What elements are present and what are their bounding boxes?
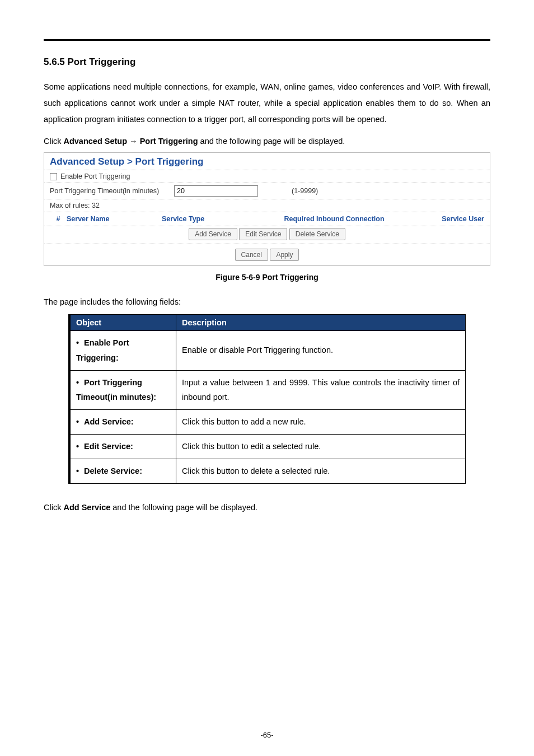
timeout-hint: (1-9999) (292, 187, 318, 195)
rules-header-row: # Server Name Service Type Required Inbo… (44, 212, 490, 226)
cancel-button[interactable]: Cancel (235, 249, 268, 261)
enable-checkbox[interactable] (50, 173, 57, 180)
apply-button[interactable]: Apply (270, 249, 299, 261)
desc-cell: Click this button to edit a selected rul… (176, 435, 466, 459)
th-description: Description (176, 315, 466, 331)
desc-cell: Enable or disable Port Triggering functi… (176, 331, 466, 371)
desc-cell: Input a value between 1 and 9999. This v… (176, 370, 466, 410)
obj-text: Add Service: (84, 417, 134, 426)
obj-text: Enable Port Triggering: (76, 338, 129, 362)
service-buttons-row: Add Service Edit Service Delete Service (44, 226, 490, 244)
nav-suffix: and the following page will be displayed… (198, 137, 345, 146)
fields-table: Object Description •Enable Port Triggeri… (68, 314, 466, 484)
obj-text: Edit Service: (84, 442, 133, 451)
th-object: Object (69, 315, 176, 331)
col-service-type: Service Type (162, 215, 240, 223)
table-row: •Edit Service: Click this button to edit… (69, 435, 466, 459)
post-table-instruction: Click Add Service and the following page… (44, 503, 490, 512)
nav-instruction: Click Advanced Setup → Port Triggering a… (44, 137, 490, 146)
post-bold: Add Service (63, 503, 110, 512)
top-rule (44, 39, 490, 41)
table-row: •Delete Service: Click this button to de… (69, 459, 466, 483)
edit-service-button[interactable]: Edit Service (239, 228, 287, 240)
table-row: •Port Triggering Timeout(in minutes): In… (69, 370, 466, 410)
timeout-label: Port Triggering Timeout(in minutes) (50, 187, 174, 195)
table-row: •Add Service: Click this button to add a… (69, 410, 466, 435)
obj-cell: •Add Service: (69, 410, 176, 435)
figure-caption: Figure 5-6-9 Port Triggering (44, 273, 490, 282)
table-header-row: Object Description (69, 315, 466, 331)
nav-bold-2: Port Triggering (140, 137, 198, 146)
fields-intro: The page includes the following fields: (44, 297, 490, 306)
intro-paragraph: Some applications need multiple connecti… (44, 79, 490, 128)
obj-text: Delete Service: (84, 466, 142, 475)
nav-prefix: Click (44, 137, 63, 146)
max-rules-row: Max of rules: 32 (44, 199, 490, 212)
port-triggering-panel: Advanced Setup > Port Triggering Enable … (44, 152, 490, 266)
section-heading: 5.6.5 Port Triggering (44, 57, 490, 68)
obj-cell: •Enable Port Triggering: (69, 331, 176, 371)
enable-label: Enable Port Triggering (60, 172, 130, 180)
desc-cell: Click this button to delete a selected r… (176, 459, 466, 483)
post-prefix: Click (44, 503, 63, 512)
delete-service-button[interactable]: Delete Service (289, 228, 345, 240)
obj-cell: •Edit Service: (69, 435, 176, 459)
page-number: -65- (0, 731, 534, 739)
col-index: # (50, 215, 67, 223)
desc-cell: Click this button to add a new rule. (176, 410, 466, 435)
col-required-inbound: Required Inbound Connection (240, 215, 428, 223)
timeout-row: Port Triggering Timeout(in minutes) (1-9… (44, 183, 490, 199)
panel-title: Advanced Setup > Port Triggering (44, 153, 490, 170)
timeout-input[interactable] (174, 185, 258, 197)
post-suffix: and the following page will be displayed… (110, 503, 257, 512)
col-server-name: Server Name (67, 215, 162, 223)
enable-row: Enable Port Triggering (44, 170, 490, 183)
obj-text: Port Triggering Timeout(in minutes): (76, 378, 156, 402)
max-rules-label: Max of rules: 32 (50, 202, 100, 209)
obj-cell: •Delete Service: (69, 459, 176, 483)
nav-arrow: → (127, 137, 140, 146)
nav-bold-1: Advanced Setup (63, 137, 127, 146)
table-row: •Enable Port Triggering: Enable or disab… (69, 331, 466, 371)
apply-buttons-row: Cancel Apply (44, 244, 490, 265)
col-service-user: Service User (428, 215, 484, 223)
add-service-button[interactable]: Add Service (189, 228, 237, 240)
obj-cell: •Port Triggering Timeout(in minutes): (69, 370, 176, 410)
